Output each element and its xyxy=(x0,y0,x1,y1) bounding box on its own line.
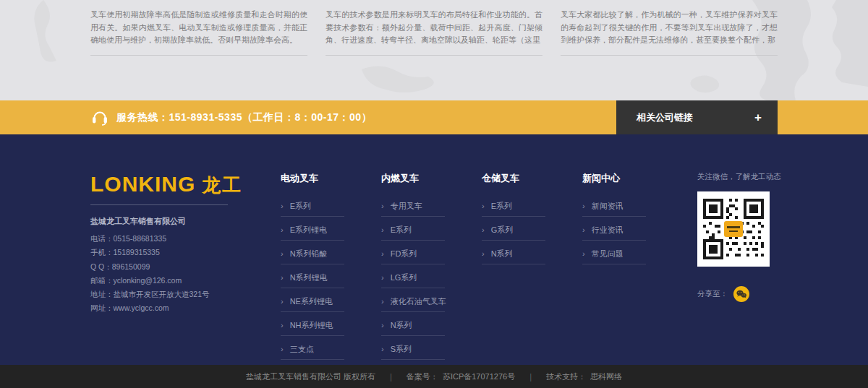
footer-link-label: E系列 xyxy=(391,225,412,234)
copyright-bar: 盐城龙工叉车销售有限公司 版权所有 ｜ 备案号： 苏ICP备17071276号 … xyxy=(0,365,868,388)
footer-link[interactable]: ›E系列 xyxy=(482,193,545,217)
company-name: 盐城龙工叉车销售有限公司 xyxy=(90,216,281,227)
copyright-divider: ｜ xyxy=(527,371,535,382)
footer-link[interactable]: ›N系列 xyxy=(482,241,545,264)
footer-link[interactable]: ›N系列 xyxy=(381,312,445,336)
lonking-logo[interactable]: LONKING 龙工 xyxy=(90,172,281,198)
company-email: 邮箱：yclonking@126.com xyxy=(90,274,281,288)
copyright-divider: ｜ xyxy=(387,371,395,382)
footer-link[interactable]: ›常见问题 xyxy=(582,241,646,264)
footer-link[interactable]: ›行业资讯 xyxy=(582,217,646,241)
articles-section: 叉车使用初期故障率高低是随制造或维修质量和走合时期的使用有关。如果内燃叉车、电动… xyxy=(0,0,868,100)
icp-number: 苏ICP备17071276号 xyxy=(443,371,515,382)
chevron-right-icon: › xyxy=(482,202,485,210)
footer-link-label: N系列 xyxy=(491,249,513,258)
footer-link[interactable]: ›三支点 xyxy=(281,336,344,360)
footer-link-label: NE系列锂电 xyxy=(290,297,333,306)
company-mobile: 手机：15189315335 xyxy=(90,246,281,259)
footer-link-label: 行业资讯 xyxy=(592,225,624,234)
chevron-right-icon: › xyxy=(281,321,284,329)
chevron-right-icon: › xyxy=(281,202,284,210)
article-text: 叉车的技术参数是用来标明叉车的布局特征和作业功能的。首要技术参数有：额外起分量、… xyxy=(326,9,542,47)
footer-link-label: N系列锂电 xyxy=(290,273,328,282)
support-name: 思科网络 xyxy=(590,371,622,382)
chevron-right-icon: › xyxy=(381,249,384,258)
footer-link-label: 液化石油气叉车 xyxy=(391,297,446,306)
share-label: 分享至： xyxy=(697,289,728,299)
company-address: 地址：盐城市开发区开放大道321号 xyxy=(90,288,281,301)
footer-column-ic: 内燃叉车 ›专用叉车 ›E系列 ›FD系列 ›LG系列 ›液化石油气叉车 ›N系… xyxy=(381,172,482,360)
chevron-right-icon: › xyxy=(281,345,284,353)
main-footer: LONKING 龙工 盐城龙工叉车销售有限公司 电话：0515-88681335… xyxy=(0,134,868,365)
footer-link[interactable]: ›N系列铅酸 xyxy=(281,241,344,264)
footer-column-news: 新闻中心 ›新闻资讯 ›行业资讯 ›常见问题 xyxy=(582,172,683,360)
column-title: 新闻中心 xyxy=(582,172,683,185)
footer-link-label: 常见问题 xyxy=(592,249,624,258)
footer-link[interactable]: ›E系列锂电 xyxy=(281,217,344,241)
footer-link[interactable]: ›NH系列锂电 xyxy=(281,312,344,336)
footer-link-label: E系列 xyxy=(491,202,512,210)
related-links-toggle[interactable]: 相关公司链接 + xyxy=(616,100,778,134)
chevron-right-icon: › xyxy=(381,225,384,234)
logo-divider xyxy=(90,204,228,205)
column-title: 电动叉车 xyxy=(281,172,381,185)
company-phone: 电话：0515-88681335 xyxy=(90,232,281,246)
footer-link[interactable]: ›N系列锂电 xyxy=(281,264,344,288)
headset-icon xyxy=(90,109,109,126)
hotline-bar: 服务热线：151-8931-5335（工作日：8：00-17：00） 相关公司链… xyxy=(0,100,868,134)
chevron-right-icon: › xyxy=(381,273,384,282)
footer-link[interactable]: ›LG系列 xyxy=(381,264,445,288)
support-label: 技术支持： xyxy=(546,371,590,382)
article-divider xyxy=(326,55,542,56)
wechat-qr-code xyxy=(697,191,770,267)
footer-link-label: NH系列锂电 xyxy=(290,321,333,329)
copyright-text: 盐城龙工叉车销售有限公司 版权所有 xyxy=(246,371,375,382)
qr-center-logo xyxy=(724,221,743,237)
article-snippet[interactable]: 叉车使用初期故障率高低是随制造或维修质量和走合时期的使用有关。如果内燃叉车、电动… xyxy=(90,9,307,56)
article-text: 叉车使用初期故障率高低是随制造或维修质量和走合时期的使用有关。如果内燃叉车、电动… xyxy=(90,9,307,47)
wechat-title: 关注微信，了解龙工动态 xyxy=(697,172,774,182)
chevron-right-icon: › xyxy=(281,297,284,306)
wechat-block: 关注微信，了解龙工动态 xyxy=(697,172,774,360)
footer-link[interactable]: ›NE系列锂电 xyxy=(281,288,344,312)
plus-icon: + xyxy=(754,111,762,125)
footer-link[interactable]: ›新闻资讯 xyxy=(582,193,646,217)
chevron-right-icon: › xyxy=(482,225,485,234)
chevron-right-icon: › xyxy=(482,249,485,258)
chevron-right-icon: › xyxy=(281,249,284,258)
footer-link-label: LG系列 xyxy=(391,273,417,282)
chevron-right-icon: › xyxy=(582,225,585,234)
company-info-block: LONKING 龙工 盐城龙工叉车销售有限公司 电话：0515-88681335… xyxy=(90,172,281,360)
column-title: 仓储叉车 xyxy=(482,172,582,185)
footer-link[interactable]: ›液化石油气叉车 xyxy=(381,288,445,312)
chevron-right-icon: › xyxy=(582,202,585,210)
article-snippet[interactable]: 叉车大家都比较了解，作为机械的一种，叉车维护保养对叉车的寿命起到了很关键的作用，… xyxy=(561,9,778,56)
footer-link-label: E系列锂电 xyxy=(290,225,327,234)
article-text: 叉车大家都比较了解，作为机械的一种，叉车维护保养对叉车的寿命起到了很关键的作用，… xyxy=(561,9,778,47)
logo-text-cn: 龙工 xyxy=(202,173,242,198)
related-links-label: 相关公司链接 xyxy=(637,111,754,124)
company-qq: Q Q：896150099 xyxy=(90,260,281,274)
footer-link-label: S系列 xyxy=(391,345,412,353)
footer-link-label: N系列 xyxy=(391,321,412,329)
footer-link[interactable]: ›专用叉车 xyxy=(381,193,445,217)
footer-link-label: E系列 xyxy=(290,202,311,210)
footer-link[interactable]: ›E系列 xyxy=(381,217,445,241)
footer-link[interactable]: ›G系列 xyxy=(482,217,545,241)
chevron-right-icon: › xyxy=(381,297,384,306)
footer-link[interactable]: ›FD系列 xyxy=(381,241,445,264)
icp-label: 备案号： xyxy=(407,371,443,382)
service-hotline: 服务热线：151-8931-5335（工作日：8：00-17：00） xyxy=(90,109,372,126)
hotline-text: 服务热线：151-8931-5335（工作日：8：00-17：00） xyxy=(116,111,372,124)
chevron-right-icon: › xyxy=(281,225,284,234)
chevron-right-icon: › xyxy=(281,273,284,282)
footer-column-warehouse: 仓储叉车 ›E系列 ›G系列 ›N系列 xyxy=(482,172,582,360)
chevron-right-icon: › xyxy=(381,202,384,210)
article-snippet[interactable]: 叉车的技术参数是用来标明叉车的布局特征和作业功能的。首要技术参数有：额外起分量、… xyxy=(326,9,542,56)
footer-link[interactable]: ›S系列 xyxy=(381,336,445,360)
article-divider xyxy=(561,55,778,56)
company-website: 网址：www.yclgcc.com xyxy=(90,301,281,315)
footer-link[interactable]: ›E系列 xyxy=(281,193,344,217)
wechat-share-icon[interactable] xyxy=(733,286,749,302)
footer-link-label: G系列 xyxy=(491,225,514,234)
